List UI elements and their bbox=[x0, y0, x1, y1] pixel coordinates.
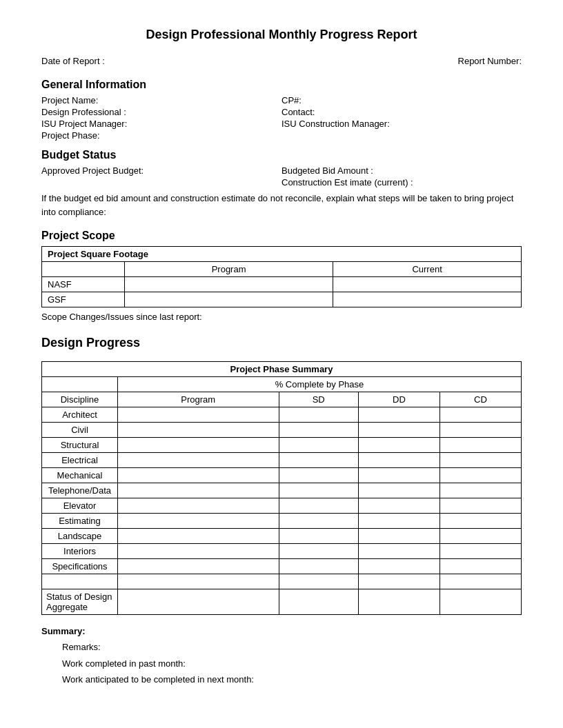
project-scope-title: Project Scope bbox=[41, 230, 522, 242]
table-row: Architect bbox=[42, 407, 522, 423]
elevator-sd bbox=[279, 498, 358, 514]
table-row: Mechanical bbox=[42, 468, 522, 483]
interiors-sd bbox=[279, 544, 358, 559]
table-row: Electrical bbox=[42, 453, 522, 468]
specifications-dd bbox=[358, 559, 439, 574]
mechanical-dd bbox=[358, 468, 439, 483]
remarks-row: Remarks: bbox=[41, 639, 522, 655]
architect-sd bbox=[279, 407, 358, 423]
budget-empty bbox=[41, 177, 282, 188]
general-information-grid: Project Name: CP#: Design Professional :… bbox=[41, 95, 522, 141]
scope-gsf-program bbox=[125, 292, 333, 307]
header-row: Date of Report : Report Number: bbox=[41, 56, 522, 66]
architect-program bbox=[118, 407, 279, 423]
work-anticipated-label: Work anticipated to be completed in next… bbox=[62, 674, 254, 685]
discipline-estimating: Estimating bbox=[42, 514, 118, 529]
budget-status-title: Budget Status bbox=[41, 149, 522, 161]
status-dd bbox=[358, 589, 439, 615]
discipline-landscape: Landscape bbox=[42, 529, 118, 544]
specifications-cd bbox=[439, 559, 521, 574]
telephone-cd bbox=[439, 483, 521, 498]
budget-note: If the budget ed bid amount and construc… bbox=[41, 192, 522, 219]
discipline-architect: Architect bbox=[42, 407, 118, 423]
electrical-cd bbox=[439, 453, 521, 468]
table-row: Civil bbox=[42, 423, 522, 438]
summary-section: Summary: Remarks: Work completed in past… bbox=[41, 623, 522, 688]
landscape-dd bbox=[358, 529, 439, 544]
electrical-program bbox=[118, 453, 279, 468]
interiors-cd bbox=[439, 544, 521, 559]
structural-program bbox=[118, 438, 279, 453]
work-completed-label: Work completed in past month: bbox=[62, 658, 186, 669]
interiors-dd bbox=[358, 544, 439, 559]
scope-table: Project Square Footage Program Current N… bbox=[41, 246, 522, 307]
remarks-label: Remarks: bbox=[62, 642, 101, 652]
pct-header: % Complete by Phase bbox=[118, 377, 522, 392]
scope-changes-label: Scope Changes/Issues since last report: bbox=[41, 312, 522, 322]
empty-cell-3 bbox=[279, 574, 358, 589]
estimating-dd bbox=[358, 514, 439, 529]
discipline-telephone-data: Telephone/Data bbox=[42, 483, 118, 498]
phase-empty-top bbox=[42, 377, 118, 392]
construction-est-label: Construction Est imate (current) : bbox=[282, 177, 522, 188]
mechanical-cd bbox=[439, 468, 521, 483]
isu-project-manager-label: ISU Project Manager: bbox=[41, 119, 282, 129]
project-phase-value bbox=[282, 130, 522, 141]
status-sd bbox=[279, 589, 358, 615]
scope-gsf-current bbox=[333, 292, 522, 307]
col-program: Program bbox=[118, 392, 279, 407]
table-row: Landscape bbox=[42, 529, 522, 544]
architect-dd bbox=[358, 407, 439, 423]
landscape-cd bbox=[439, 529, 521, 544]
civil-dd bbox=[358, 423, 439, 438]
table-row: Structural bbox=[42, 438, 522, 453]
isu-construction-manager-label: ISU Construction Manager: bbox=[282, 119, 522, 129]
empty-cell-5 bbox=[439, 574, 521, 589]
date-of-report-label: Date of Report : bbox=[41, 56, 105, 66]
empty-cell-2 bbox=[118, 574, 279, 589]
discipline-interiors: Interiors bbox=[42, 544, 118, 559]
electrical-sd bbox=[279, 453, 358, 468]
empty-cell-1 bbox=[42, 574, 118, 589]
specifications-program bbox=[118, 559, 279, 574]
work-anticipated-row: Work anticipated to be completed in next… bbox=[41, 671, 522, 687]
interiors-program bbox=[118, 544, 279, 559]
contact-label: Contact: bbox=[282, 107, 522, 117]
structural-dd bbox=[358, 438, 439, 453]
col-sd: SD bbox=[279, 392, 358, 407]
col-cd: CD bbox=[439, 392, 521, 407]
landscape-sd bbox=[279, 529, 358, 544]
col-discipline: Discipline bbox=[42, 392, 118, 407]
discipline-specifications: Specifications bbox=[42, 559, 118, 574]
telephone-program bbox=[118, 483, 279, 498]
scope-col-current: Current bbox=[333, 262, 522, 277]
scope-col-empty bbox=[42, 262, 125, 277]
structural-cd bbox=[439, 438, 521, 453]
scope-row-nasf: NASF bbox=[42, 277, 125, 292]
status-design-row: Status of DesignAggregate bbox=[42, 589, 522, 615]
scope-table-header: Project Square Footage bbox=[42, 247, 522, 262]
table-row: Specifications bbox=[42, 559, 522, 574]
phase-table-title: Project Phase Summary bbox=[42, 362, 522, 377]
estimating-sd bbox=[279, 514, 358, 529]
design-progress-title: Design Progress bbox=[41, 336, 522, 350]
specifications-sd bbox=[279, 559, 358, 574]
structural-sd bbox=[279, 438, 358, 453]
telephone-sd bbox=[279, 483, 358, 498]
project-name-label: Project Name: bbox=[41, 95, 282, 105]
status-cd bbox=[439, 589, 521, 615]
budget-grid: Approved Project Budget: Budgeted Bid Am… bbox=[41, 165, 522, 188]
page-title: Design Professional Monthly Progress Rep… bbox=[41, 28, 522, 42]
scope-nasf-program bbox=[125, 277, 333, 292]
table-row: Interiors bbox=[42, 544, 522, 559]
elevator-dd bbox=[358, 498, 439, 514]
estimating-cd bbox=[439, 514, 521, 529]
elevator-program bbox=[118, 498, 279, 514]
discipline-structural: Structural bbox=[42, 438, 118, 453]
electrical-dd bbox=[358, 453, 439, 468]
discipline-electrical: Electrical bbox=[42, 453, 118, 468]
status-design-label: Status of DesignAggregate bbox=[42, 589, 118, 615]
table-row: Telephone/Data bbox=[42, 483, 522, 498]
general-information-title: General Information bbox=[41, 79, 522, 91]
budgeted-bid-label: Budgeted Bid Amount : bbox=[282, 165, 522, 176]
